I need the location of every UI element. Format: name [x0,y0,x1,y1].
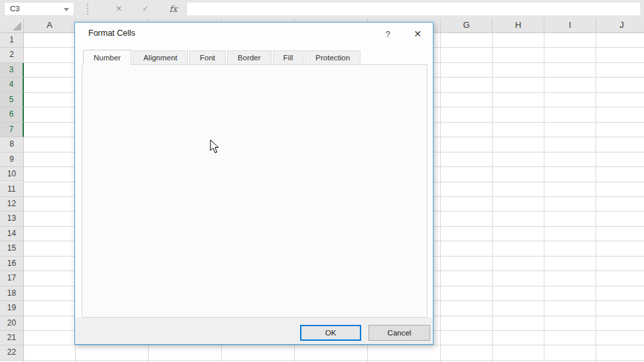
row-header-20[interactable]: 20 [0,316,24,331]
insert-function-icon[interactable]: fx [165,2,182,16]
row-header-21[interactable]: 21 [0,331,24,345]
row-header-10[interactable]: 10 [0,167,24,182]
row-header-15[interactable]: 15 [0,241,24,256]
mouse-cursor-icon [210,139,220,154]
row-header-3[interactable]: 3 [0,63,24,78]
row-header-16[interactable]: 16 [0,257,24,271]
row-header-18[interactable]: 18 [0,286,24,301]
cancel-entry-icon[interactable]: ✕ [110,2,127,16]
select-all-triangle-icon [13,22,21,30]
row-header-11[interactable]: 11 [0,182,24,197]
cancel-button[interactable]: Cancel [368,325,430,341]
name-box-value: C3 [10,5,20,13]
dialog-help-button[interactable]: ? [380,27,395,40]
name-box-dropdown-icon[interactable] [64,8,69,11]
dialog-close-button[interactable]: ✕ [409,27,426,40]
row-header-5[interactable]: 5 [0,93,24,107]
select-all-corner[interactable] [0,18,24,33]
dialog-tab[interactable]: Border [227,50,272,64]
row-header-12[interactable]: 12 [0,197,24,211]
ok-button[interactable]: OK [300,325,361,341]
row-header-17[interactable]: 17 [0,271,24,286]
formula-bar: C3 ✕ ✓ fx [0,0,644,18]
dialog-title: Format Cells [88,29,135,38]
row-header-22[interactable]: 22 [0,345,24,360]
dialog-tab[interactable]: Fill [273,50,304,64]
tab-page-frame [82,64,428,318]
column-header-I[interactable]: I [544,18,596,33]
dialog-tab[interactable]: Protection [305,50,361,64]
grid-vertical-line [492,33,493,362]
dialog-footer: OK Cancel [75,318,433,344]
confirm-entry-icon[interactable]: ✓ [137,2,154,16]
row-header-4[interactable]: 4 [0,78,24,92]
grid-vertical-line [440,33,441,362]
column-header-G[interactable]: G [441,18,493,33]
grid-vertical-line [544,33,544,362]
row-header-19[interactable]: 19 [0,301,24,316]
row-header-8[interactable]: 8 [0,137,24,152]
dialog-tab[interactable]: Number [83,50,131,65]
dialog-tab-strip: NumberAlignmentFontBorderFillProtection [83,50,362,65]
dialog-tab[interactable]: Font [189,50,226,64]
column-header-H[interactable]: H [493,18,544,33]
dialog-tab[interactable]: Alignment [133,50,188,64]
column-header-A[interactable]: A [24,18,76,33]
row-header-9[interactable]: 9 [0,152,24,167]
formula-bar-separator [87,3,88,15]
row-header-6[interactable]: 6 [0,107,24,122]
row-header-1[interactable]: 1 [0,33,24,48]
formula-input[interactable] [187,2,641,16]
row-header-2[interactable]: 2 [0,48,24,62]
row-header-14[interactable]: 14 [0,227,24,241]
format-cells-dialog: Format Cells ? ✕ NumberAlignmentFontBord… [74,22,434,345]
row-header-7[interactable]: 7 [0,123,24,137]
grid-vertical-line [596,33,596,362]
row-header-13[interactable]: 13 [0,211,24,226]
name-box[interactable]: C3 [4,2,74,16]
column-header-J[interactable]: J [596,18,644,33]
